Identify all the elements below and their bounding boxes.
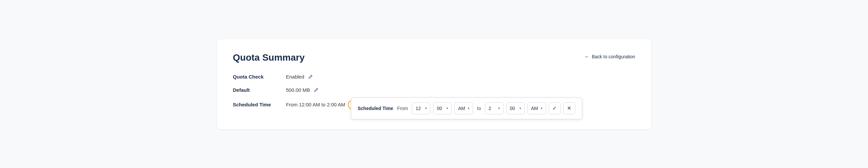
default-value: 500.00 MB: [286, 87, 320, 94]
hour-start-chevron-icon: ▾: [425, 106, 427, 110]
minute-end-dropdown[interactable]: 00 ▾: [506, 102, 525, 114]
quota-summary-panel: ← Back to configuration Quota Summary Qu…: [217, 39, 651, 129]
default-edit-icon[interactable]: [313, 87, 319, 94]
ampm-end-chevron-icon: ▾: [541, 106, 542, 110]
ampm-start-dropdown[interactable]: AM ▾: [455, 102, 473, 114]
quota-check-row: Quota Check Enabled: [233, 73, 635, 80]
ampm-start-value: AM: [458, 106, 465, 111]
quota-check-value: Enabled: [286, 73, 314, 80]
page-title: Quota Summary: [233, 53, 635, 63]
scheduled-time-value: From 12:00 AM to 2:00 AM: [286, 100, 357, 109]
back-to-config-link[interactable]: ← Back to configuration: [585, 54, 635, 60]
minute-start-chevron-icon: ▾: [446, 106, 448, 110]
quota-check-edit-icon[interactable]: [307, 73, 314, 80]
minute-end-value: 00: [510, 106, 515, 111]
cancel-icon: ✕: [567, 105, 571, 111]
ampm-end-dropdown[interactable]: AM ▾: [527, 102, 546, 114]
scheduled-time-edit-panel: Scheduled Time From 12 ▾ 00 ▾ AM ▾ to 2: [351, 97, 582, 119]
panel-scheduled-time-label: Scheduled Time: [358, 106, 393, 111]
hour-start-value: 12: [415, 106, 421, 111]
scheduled-time-row: Scheduled Time From 12:00 AM to 2:00 AM …: [233, 100, 635, 109]
default-label: Default: [233, 87, 286, 93]
cancel-button[interactable]: ✕: [563, 102, 575, 114]
minute-end-chevron-icon: ▾: [520, 106, 521, 110]
confirm-icon: ✓: [552, 105, 557, 111]
hour-end-chevron-icon: ▾: [498, 106, 500, 110]
panel-to-label: to: [477, 106, 481, 111]
ampm-end-value: AM: [531, 106, 538, 111]
hour-start-dropdown[interactable]: 12 ▾: [412, 102, 431, 114]
minute-start-dropdown[interactable]: 00 ▾: [433, 102, 452, 114]
minute-start-value: 00: [437, 106, 442, 111]
back-arrow-icon: ←: [585, 54, 590, 60]
hour-end-dropdown[interactable]: 2 ▾: [485, 102, 503, 114]
default-row: Default 500.00 MB: [233, 87, 635, 94]
confirm-button[interactable]: ✓: [549, 102, 561, 114]
panel-from-label: From: [397, 106, 408, 111]
hour-end-value: 2: [489, 106, 491, 111]
ampm-start-chevron-icon: ▾: [468, 106, 469, 110]
quota-check-label: Quota Check: [233, 74, 286, 79]
scheduled-time-label: Scheduled Time: [233, 102, 286, 107]
back-link-label: Back to configuration: [592, 54, 635, 59]
